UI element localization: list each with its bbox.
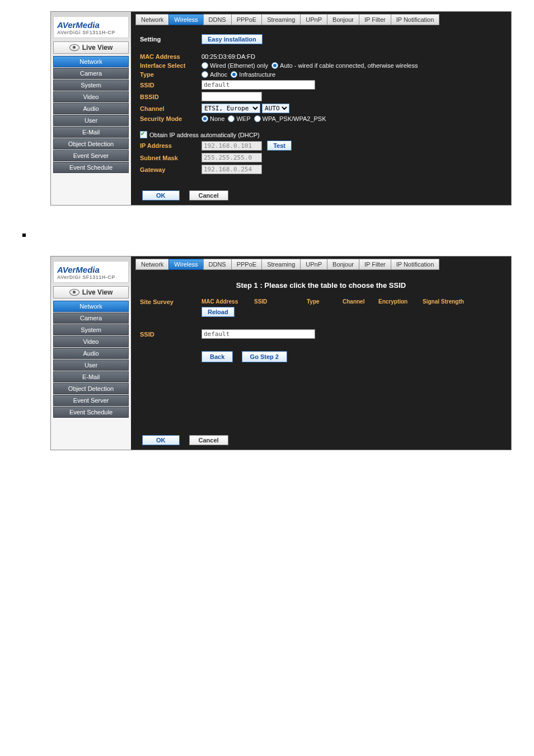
sidebar-item-video[interactable]: Video: [53, 336, 129, 347]
ok-button[interactable]: OK: [142, 435, 180, 445]
iface-auto-radio[interactable]: [271, 62, 278, 69]
ssid-input[interactable]: [202, 329, 315, 339]
type-infra-radio[interactable]: [231, 71, 237, 78]
footer-buttons: OK Cancel: [142, 435, 236, 445]
tab-ddns[interactable]: DDNS: [203, 259, 232, 270]
iface-wired-label: Wired (Ethernet) only: [210, 62, 268, 69]
bssid-input[interactable]: [202, 92, 262, 101]
tab-streaming[interactable]: Streaming: [261, 259, 301, 270]
tab-upnp[interactable]: UPnP: [300, 259, 327, 270]
main-panel: Network Wireless DDNS PPPoE Streaming UP…: [131, 12, 511, 205]
tab-network[interactable]: Network: [135, 259, 169, 270]
tab-ipfilter[interactable]: IP Filter: [359, 14, 391, 25]
tab-row: Network Wireless DDNS PPPoE Streaming UP…: [131, 256, 511, 270]
reload-button[interactable]: Reload: [202, 307, 235, 317]
main-panel: Network Wireless DDNS PPPoE Streaming UP…: [131, 256, 511, 450]
channel-label: Channel: [140, 105, 202, 112]
test-button[interactable]: Test: [267, 141, 292, 151]
ip-input[interactable]: [202, 141, 262, 151]
tab-pppoe[interactable]: PPPoE: [231, 14, 262, 25]
logo-subtitle: AVerDiGi SF1311H-CP: [57, 274, 126, 280]
sidebar-item-camera[interactable]: Camera: [53, 312, 129, 324]
dhcp-checkbox[interactable]: [140, 131, 147, 138]
tab-bonjour[interactable]: Bonjour: [327, 259, 359, 270]
sec-wep-label: WEP: [236, 115, 250, 122]
sidebar-item-system[interactable]: System: [53, 80, 129, 91]
sec-wpa-radio[interactable]: [254, 115, 261, 122]
sidebar-item-network[interactable]: Network: [53, 56, 129, 67]
channel-auto-select[interactable]: AUTO: [262, 104, 289, 113]
th-ssid: SSID: [254, 298, 293, 305]
sidebar: AVerMedia AVerDiGi SF1311H-CP Live View …: [51, 12, 131, 205]
sidebar-item-video[interactable]: Video: [53, 91, 129, 102]
sidebar-item-user[interactable]: User: [53, 115, 129, 126]
live-view-button[interactable]: Live View: [53, 286, 129, 298]
back-button[interactable]: Back: [202, 351, 233, 362]
tab-wireless[interactable]: Wireless: [168, 259, 203, 270]
sidebar-item-system[interactable]: System: [53, 324, 129, 335]
sidebar-item-object-detection[interactable]: Object Detection: [53, 138, 129, 150]
type-adhoc-radio[interactable]: [202, 71, 208, 78]
cancel-button[interactable]: Cancel: [189, 435, 228, 445]
live-view-label: Live View: [82, 288, 113, 296]
tab-network[interactable]: Network: [135, 14, 169, 25]
tab-bonjour[interactable]: Bonjour: [327, 14, 359, 25]
sec-wep-radio[interactable]: [228, 115, 235, 122]
sidebar-item-email[interactable]: E-Mail: [53, 371, 129, 382]
easy-installation-button[interactable]: Easy installation: [202, 34, 263, 44]
tab-ipfilter[interactable]: IP Filter: [359, 259, 391, 270]
ssid-label: SSID: [140, 331, 202, 338]
tab-ipnotification[interactable]: IP Notification: [391, 14, 440, 25]
th-type: Type: [307, 298, 329, 305]
sidebar-item-email[interactable]: E-Mail: [53, 127, 129, 138]
sidebar-item-event-server[interactable]: Event Server: [53, 395, 129, 406]
tab-ddns[interactable]: DDNS: [203, 14, 232, 25]
ip-label: IP Address: [140, 142, 202, 149]
go-step2-button[interactable]: Go Step 2: [242, 351, 287, 362]
iface-wired-radio[interactable]: [202, 62, 208, 69]
sec-none-label: None: [210, 115, 224, 122]
eye-icon: [69, 289, 79, 296]
security-label: Security Mode: [140, 115, 202, 122]
setting-label: Setting: [140, 36, 202, 43]
sidebar-item-event-schedule[interactable]: Event Schedule: [53, 162, 129, 173]
ok-button[interactable]: OK: [142, 190, 180, 200]
gateway-input[interactable]: [202, 165, 262, 174]
th-chan: Channel: [343, 298, 365, 305]
site-survey-label: Site Survey: [140, 298, 202, 305]
sidebar-item-network[interactable]: Network: [53, 301, 129, 312]
live-view-label: Live View: [82, 44, 113, 52]
survey-table-header: MAC Address SSID Type Channel Encryption…: [202, 298, 502, 305]
iface-auto-label: Auto - wired if cable connected, otherwi…: [280, 62, 418, 69]
content-area: Setting Easy installation MAC Address00:…: [131, 25, 511, 183]
tab-upnp[interactable]: UPnP: [300, 14, 327, 25]
logo-title: AVerMedia: [57, 265, 126, 274]
sidebar-item-event-schedule[interactable]: Event Schedule: [53, 407, 129, 418]
th-sig: Signal Strength: [423, 298, 464, 305]
tab-ipnotification[interactable]: IP Notification: [391, 259, 440, 270]
sidebar-item-audio[interactable]: Audio: [53, 103, 129, 114]
tab-streaming[interactable]: Streaming: [261, 14, 301, 25]
sidebar: AVerMedia AVerDiGi SF1311H-CP Live View …: [51, 256, 131, 450]
type-adhoc-label: Adhoc: [210, 71, 227, 78]
subnet-label: Subnet Mask: [140, 155, 202, 161]
live-view-button[interactable]: Live View: [53, 41, 129, 54]
sec-none-radio[interactable]: [202, 115, 208, 122]
mac-label: MAC Address: [140, 53, 202, 60]
channel-region-select[interactable]: ETSI, Europe: [202, 104, 260, 113]
tab-pppoe[interactable]: PPPoE: [231, 259, 262, 270]
cancel-button[interactable]: Cancel: [189, 190, 228, 200]
sidebar-item-event-server[interactable]: Event Server: [53, 150, 129, 161]
logo-block: AVerMedia AVerDiGi SF1311H-CP: [53, 261, 129, 283]
subnet-input[interactable]: [202, 153, 262, 162]
ssid-input[interactable]: [202, 80, 315, 90]
sidebar-item-audio[interactable]: Audio: [53, 348, 129, 359]
tab-wireless[interactable]: Wireless: [168, 14, 203, 25]
sec-wpa-label: WPA_PSK/WPA2_PSK: [263, 115, 326, 122]
iface-label: Interface Select: [140, 62, 202, 69]
th-mac: MAC Address: [202, 298, 241, 305]
sidebar-item-camera[interactable]: Camera: [53, 68, 129, 79]
sidebar-item-object-detection[interactable]: Object Detection: [53, 383, 129, 394]
logo-block: AVerMedia AVerDiGi SF1311H-CP: [53, 16, 129, 38]
sidebar-item-user[interactable]: User: [53, 360, 129, 371]
